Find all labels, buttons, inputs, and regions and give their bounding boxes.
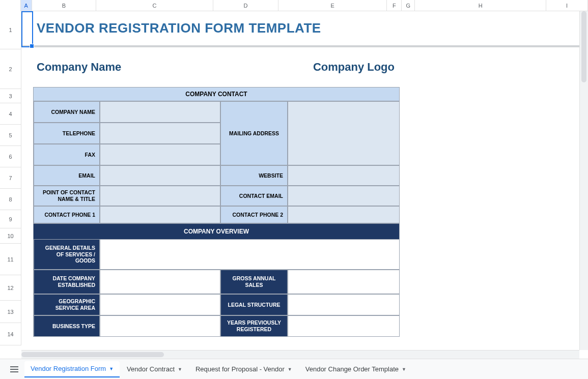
- all-sheets-menu-icon[interactable]: [5, 362, 23, 377]
- sheet-tab[interactable]: Vendor Change Order Template▼: [299, 361, 412, 377]
- title-row: VENDOR REGISTRATION FORM TEMPLATE: [21, 11, 588, 47]
- input-general-details[interactable]: [100, 239, 400, 270]
- row-header-3[interactable]: 3: [0, 89, 21, 103]
- select-all-corner[interactable]: [0, 0, 21, 11]
- input-fax[interactable]: [100, 144, 220, 165]
- row-header-9[interactable]: 9: [0, 210, 21, 228]
- chevron-down-icon[interactable]: ▼: [402, 367, 406, 372]
- sheet-tab[interactable]: Vendor Contract▼: [121, 361, 188, 377]
- sheet-tab-label: Vendor Registration Form: [31, 365, 106, 372]
- row-header-4[interactable]: 4: [0, 103, 21, 125]
- column-header-F[interactable]: F: [387, 0, 402, 11]
- company-name-placeholder: Company Name: [37, 61, 121, 74]
- label-telephone: TELEPHONE: [34, 123, 100, 144]
- column-header-A[interactable]: A: [21, 0, 32, 11]
- document-title: VENDOR REGISTRATION FORM TEMPLATE: [37, 20, 321, 36]
- column-header-C[interactable]: C: [96, 0, 213, 11]
- input-business-type[interactable]: [100, 315, 220, 337]
- column-header-H[interactable]: H: [415, 0, 546, 11]
- row-header-7[interactable]: 7: [0, 167, 21, 189]
- input-gross-sales[interactable]: [288, 270, 400, 294]
- label-website: WEBSITE: [220, 165, 288, 186]
- company-contact-section: COMPANY CONTACT COMPANY NAME MAILING ADD…: [33, 87, 400, 224]
- column-header-E[interactable]: E: [278, 0, 387, 11]
- label-contact-phone1: CONTACT PHONE 1: [34, 206, 100, 223]
- input-poc[interactable]: [100, 186, 220, 206]
- company-logo-placeholder: Company Logo: [313, 61, 395, 74]
- row-header-2[interactable]: 2: [0, 49, 21, 89]
- row-headers: 1234567891011121314: [0, 11, 21, 345]
- input-email[interactable]: [100, 165, 220, 186]
- row-header-11[interactable]: 11: [0, 244, 21, 275]
- label-gross-sales: GROSS ANNUAL SALES: [220, 270, 288, 294]
- input-geo-area[interactable]: [100, 294, 220, 315]
- input-telephone[interactable]: [100, 123, 220, 144]
- label-email: EMAIL: [34, 165, 100, 186]
- chevron-down-icon[interactable]: ▼: [178, 367, 182, 372]
- label-mailing-address: MAILING ADDRESS: [220, 101, 288, 165]
- column-header-B[interactable]: B: [32, 0, 96, 11]
- input-contact-email[interactable]: [288, 186, 400, 206]
- row-header-10[interactable]: 10: [0, 228, 21, 244]
- input-mailing-address[interactable]: [288, 101, 400, 165]
- label-business-type: BUSINESS TYPE: [34, 315, 100, 337]
- row-header-6[interactable]: 6: [0, 146, 21, 167]
- column-header-I[interactable]: I: [546, 0, 588, 11]
- vertical-scrollbar[interactable]: [579, 11, 588, 350]
- column-header-D[interactable]: D: [213, 0, 278, 11]
- row-header-14[interactable]: 14: [0, 323, 21, 345]
- row-header-5[interactable]: 5: [0, 125, 21, 146]
- chevron-down-icon[interactable]: ▼: [109, 366, 114, 371]
- column-header-G[interactable]: G: [402, 0, 415, 11]
- row-header-13[interactable]: 13: [0, 301, 21, 323]
- row-header-8[interactable]: 8: [0, 189, 21, 210]
- spreadsheet-grid[interactable]: VENDOR REGISTRATION FORM TEMPLATE Compan…: [21, 11, 588, 348]
- overview-section-header: COMPANY OVERVIEW: [34, 224, 399, 239]
- label-fax: FAX: [34, 144, 100, 165]
- sheet-tab[interactable]: Request for Proposal - Vendor▼: [189, 361, 298, 377]
- sheet-tab-label: Vendor Change Order Template: [305, 365, 399, 373]
- company-header-row: Company Name Company Logo: [21, 47, 588, 87]
- input-years-registered[interactable]: [288, 315, 400, 337]
- sheet-tab[interactable]: Vendor Registration Form▼: [24, 361, 120, 377]
- label-legal-structure: LEGAL STRUCTURE: [220, 294, 288, 315]
- sheet-tab-bar: Vendor Registration Form▼Vendor Contract…: [0, 359, 588, 379]
- input-legal-structure[interactable]: [288, 294, 400, 315]
- row-header-1[interactable]: 1: [0, 11, 21, 49]
- input-company-name[interactable]: [100, 101, 220, 123]
- label-years-registered: YEARS PREVIOUSLY REGISTERED: [220, 315, 288, 337]
- column-headers: ABCDEFGHI: [0, 0, 588, 11]
- input-date-established[interactable]: [100, 270, 220, 294]
- contact-section-header: COMPANY CONTACT: [34, 88, 399, 101]
- label-date-established: DATE COMPANY ESTABLISHED: [34, 270, 100, 294]
- input-website[interactable]: [288, 165, 400, 186]
- label-contact-email: CONTACT EMAIL: [220, 186, 288, 206]
- input-contact-phone1[interactable]: [100, 206, 220, 223]
- company-overview-section: COMPANY OVERVIEW GENERAL DETAILS OF SERV…: [33, 224, 400, 337]
- label-company-name: COMPANY NAME: [34, 101, 100, 123]
- label-general-details: GENERAL DETAILS OF SERVICES / GOODS: [34, 239, 100, 270]
- sheet-tab-label: Request for Proposal - Vendor: [195, 365, 285, 373]
- vertical-scrollbar-thumb[interactable]: [581, 11, 586, 82]
- row-header-12[interactable]: 12: [0, 275, 21, 301]
- label-geo-area: GEOGRAPHIC SERVICE AREA: [34, 294, 100, 315]
- horizontal-scrollbar[interactable]: [21, 350, 579, 359]
- label-poc: POINT OF CONTACT NAME & TITLE: [34, 186, 100, 206]
- input-contact-phone2[interactable]: [288, 206, 400, 223]
- chevron-down-icon[interactable]: ▼: [288, 367, 292, 372]
- horizontal-scrollbar-thumb[interactable]: [21, 352, 164, 357]
- sheet-tab-label: Vendor Contract: [127, 365, 175, 373]
- label-contact-phone2: CONTACT PHONE 2: [220, 206, 288, 223]
